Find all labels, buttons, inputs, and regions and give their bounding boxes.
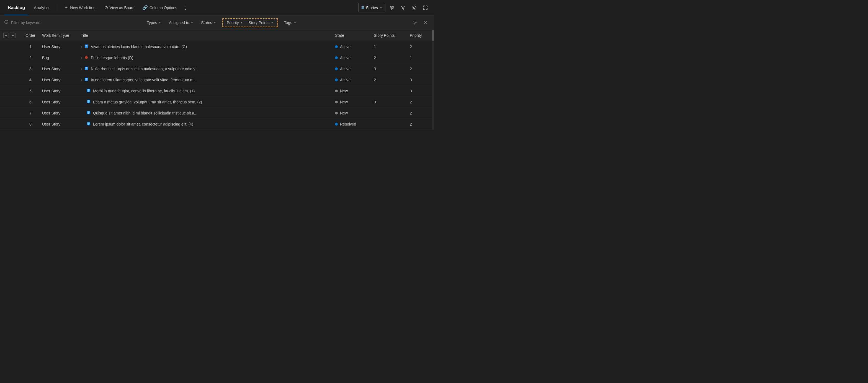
- more-options-button[interactable]: ⋮: [182, 4, 189, 12]
- filter-placeholder[interactable]: Filter by keyword: [11, 21, 40, 25]
- user-story-icon: [86, 99, 91, 105]
- row-expand-chevron-icon[interactable]: ›: [81, 56, 82, 60]
- row-type: User Story: [39, 41, 78, 52]
- filter-keyword-container: Filter by keyword: [4, 20, 137, 26]
- priority-label: Priority: [227, 21, 239, 25]
- priority-filter[interactable]: Priority ▼: [225, 20, 245, 26]
- row-story-points: 2: [370, 52, 406, 63]
- expand-collapse-btns: + −: [3, 33, 16, 38]
- settings-button[interactable]: [410, 3, 418, 12]
- nav-divider: [56, 4, 56, 11]
- row-expand-cell: [0, 85, 22, 97]
- table-row[interactable]: 1User Story›Vivamus ultricies lacus blan…: [0, 41, 434, 52]
- state-dot-icon: [335, 112, 338, 114]
- row-expand-chevron-icon[interactable]: ›: [81, 78, 82, 82]
- filter-config-button[interactable]: [410, 18, 419, 27]
- row-expand-cell: [0, 52, 22, 63]
- expand-controls: + −: [3, 33, 19, 38]
- scrollbar-track[interactable]: [432, 30, 434, 130]
- stories-dropdown[interactable]: ≡ Stories ▼: [358, 3, 385, 12]
- row-story-points: 2: [370, 74, 406, 85]
- table-row[interactable]: 6User StoryEtiam a metus gravida, volutp…: [0, 97, 434, 108]
- title-text: Pellentesque lobortis (D): [91, 56, 133, 60]
- row-priority: 2: [406, 41, 434, 52]
- row-expand-cell: [0, 41, 22, 52]
- title-text: In nec lorem ullamcorper, vulputate veli…: [91, 78, 196, 82]
- state-text: New: [340, 100, 348, 104]
- table-row[interactable]: 4User Story›In nec lorem ullamcorper, vu…: [0, 74, 434, 85]
- row-title[interactable]: Quisque sit amet nibh id mi blandit soll…: [78, 108, 332, 118]
- search-icon: [4, 20, 9, 26]
- stories-label: Stories: [366, 5, 378, 10]
- svg-point-10: [86, 57, 86, 57]
- title-text: Quisque sit amet nibh id mi blandit soll…: [93, 111, 197, 115]
- state-text: Active: [340, 78, 350, 82]
- collapse-all-button[interactable]: −: [10, 33, 16, 38]
- row-expand-cell: [0, 108, 22, 118]
- states-chevron-icon: ▼: [214, 21, 216, 24]
- scrollbar-thumb[interactable]: [432, 30, 434, 41]
- board-icon: ⊙: [104, 5, 108, 10]
- tags-filter[interactable]: Tags ▼: [281, 20, 299, 26]
- row-expand-cell: [0, 74, 22, 85]
- table-row[interactable]: 2Bug›Pellentesque lobortis (D)Active21: [0, 52, 434, 63]
- table-row[interactable]: 5User StoryMorbi in nunc feugiat, conval…: [0, 85, 434, 97]
- table-row[interactable]: 7User StoryQuisque sit amet nibh id mi b…: [0, 108, 434, 118]
- th-priority: Priority: [406, 30, 434, 41]
- user-story-icon: [84, 44, 89, 49]
- stories-chevron-icon: ▼: [380, 6, 382, 9]
- new-work-item-label: New Work Item: [70, 5, 96, 10]
- expand-button[interactable]: [421, 3, 430, 12]
- assigned-to-filter[interactable]: Assigned to ▼: [166, 20, 196, 26]
- title-text: Etiam a metus gravida, volutpat urna sit…: [93, 100, 202, 104]
- svg-point-3: [391, 6, 392, 7]
- row-order: 7: [22, 108, 39, 118]
- row-title[interactable]: ›Vivamus ultricies lacus blandit malesua…: [78, 41, 332, 52]
- backlog-tab[interactable]: Backlog: [4, 0, 28, 15]
- user-story-icon: [84, 77, 89, 82]
- table-row[interactable]: 8User StoryLorem ipsum dolor sit amet, c…: [0, 118, 434, 130]
- row-story-points: 1: [370, 41, 406, 52]
- analytics-tab[interactable]: Analytics: [30, 0, 54, 15]
- svg-point-9: [85, 56, 88, 59]
- row-title[interactable]: ›Nulla rhoncus turpis quis enim malesuad…: [78, 63, 332, 74]
- story-points-filter[interactable]: Story Points ▼: [247, 20, 275, 26]
- row-state: Active: [332, 74, 370, 85]
- bug-icon: [84, 55, 89, 60]
- expand-all-button[interactable]: +: [3, 33, 9, 38]
- state-text: Active: [340, 56, 350, 60]
- th-order: Order: [22, 30, 39, 41]
- states-label: States: [201, 21, 212, 25]
- row-state: New: [332, 85, 370, 97]
- types-filter[interactable]: Types ▼: [144, 20, 164, 26]
- row-type: User Story: [39, 97, 78, 108]
- tags-label: Tags: [284, 21, 292, 25]
- row-story-points: [370, 108, 406, 118]
- row-expand-chevron-icon[interactable]: ›: [81, 67, 82, 71]
- new-work-item-button[interactable]: ＋ New Work Item: [61, 3, 100, 12]
- filter-settings-button[interactable]: [388, 3, 397, 12]
- assigned-to-chevron-icon: ▼: [190, 21, 193, 24]
- row-order: 5: [22, 85, 39, 97]
- row-story-points: 3: [370, 63, 406, 74]
- row-title[interactable]: Morbi in nunc feugiat, convallis libero …: [78, 85, 332, 97]
- table-row[interactable]: 3User Story›Nulla rhoncus turpis quis en…: [0, 63, 434, 74]
- row-expand-chevron-icon[interactable]: ›: [81, 45, 82, 49]
- row-title[interactable]: ›In nec lorem ullamcorper, vulputate vel…: [78, 74, 332, 85]
- types-chevron-icon: ▼: [158, 21, 161, 24]
- row-title[interactable]: Lorem ipsum dolor sit amet, consectetur …: [78, 118, 332, 130]
- row-type: User Story: [39, 108, 78, 118]
- close-filter-button[interactable]: ✕: [421, 18, 430, 27]
- states-filter[interactable]: States ▼: [198, 20, 219, 26]
- filter-right: ✕: [410, 18, 430, 27]
- row-order: 6: [22, 97, 39, 108]
- row-title[interactable]: ›Pellentesque lobortis (D): [78, 52, 332, 63]
- state-dot-icon: [335, 90, 338, 92]
- column-options-button[interactable]: 🔗 Column Options: [139, 3, 181, 12]
- filter-button[interactable]: [399, 3, 408, 12]
- assigned-to-label: Assigned to: [169, 21, 189, 25]
- state-text: New: [340, 89, 348, 93]
- row-title[interactable]: Etiam a metus gravida, volutpat urna sit…: [78, 97, 332, 108]
- title-text: Morbi in nunc feugiat, convallis libero …: [93, 89, 195, 93]
- view-as-board-button[interactable]: ⊙ View as Board: [101, 3, 138, 12]
